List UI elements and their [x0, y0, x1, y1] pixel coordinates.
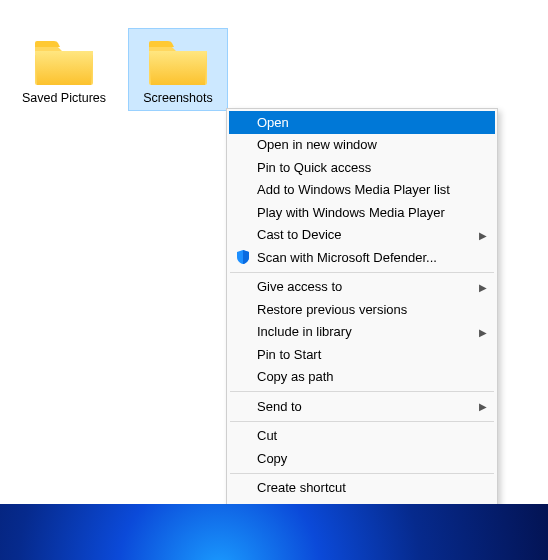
chevron-right-icon: ▶ — [479, 229, 487, 240]
menu-item-cast-to-device[interactable]: Cast to Device▶ — [229, 224, 495, 247]
menu-item-label: Pin to Start — [257, 347, 321, 362]
menu-item-label: Send to — [257, 399, 302, 414]
menu-item-scan-with-microsoft-defender[interactable]: Scan with Microsoft Defender... — [229, 246, 495, 269]
context-menu: OpenOpen in new windowPin to Quick acces… — [226, 108, 498, 560]
menu-item-label: Play with Windows Media Player — [257, 205, 445, 220]
folder-label: Saved Pictures — [17, 91, 111, 106]
defender-shield-icon — [235, 249, 251, 265]
menu-item-label: Cut — [257, 428, 277, 443]
menu-item-copy[interactable]: Copy — [229, 447, 495, 470]
menu-separator — [230, 473, 494, 474]
menu-item-label: Include in library — [257, 324, 352, 339]
menu-item-label: Pin to Quick access — [257, 160, 371, 175]
taskbar[interactable] — [0, 504, 548, 560]
menu-separator — [230, 421, 494, 422]
menu-item-pin-to-quick-access[interactable]: Pin to Quick access — [229, 156, 495, 179]
folder-label: Screenshots — [131, 91, 225, 106]
menu-item-add-to-windows-media-player-list[interactable]: Add to Windows Media Player list — [229, 179, 495, 202]
menu-separator — [230, 391, 494, 392]
menu-item-open-in-new-window[interactable]: Open in new window — [229, 134, 495, 157]
menu-item-include-in-library[interactable]: Include in library▶ — [229, 321, 495, 344]
menu-item-label: Cast to Device — [257, 227, 342, 242]
menu-item-give-access-to[interactable]: Give access to▶ — [229, 276, 495, 299]
menu-separator — [230, 272, 494, 273]
menu-item-label: Copy — [257, 451, 287, 466]
menu-item-send-to[interactable]: Send to▶ — [229, 395, 495, 418]
menu-item-cut[interactable]: Cut — [229, 425, 495, 448]
menu-item-play-with-windows-media-player[interactable]: Play with Windows Media Player — [229, 201, 495, 224]
menu-item-label: Restore previous versions — [257, 302, 407, 317]
menu-item-label: Create shortcut — [257, 480, 346, 495]
menu-item-copy-as-path[interactable]: Copy as path — [229, 366, 495, 389]
chevron-right-icon: ▶ — [479, 281, 487, 292]
folder-icon — [32, 35, 96, 87]
folder-saved-pictures[interactable]: Saved Pictures — [14, 28, 114, 111]
chevron-right-icon: ▶ — [479, 326, 487, 337]
menu-item-open[interactable]: Open — [229, 111, 495, 134]
menu-item-label: Scan with Microsoft Defender... — [257, 250, 437, 265]
menu-item-label: Copy as path — [257, 369, 334, 384]
menu-item-create-shortcut[interactable]: Create shortcut — [229, 477, 495, 500]
chevron-right-icon: ▶ — [479, 401, 487, 412]
menu-item-label: Give access to — [257, 279, 342, 294]
menu-item-label: Open — [257, 115, 289, 130]
menu-item-label: Open in new window — [257, 137, 377, 152]
menu-item-restore-previous-versions[interactable]: Restore previous versions — [229, 298, 495, 321]
folder-screenshots[interactable]: Screenshots — [128, 28, 228, 111]
menu-item-pin-to-start[interactable]: Pin to Start — [229, 343, 495, 366]
desktop: Saved Pictures Screenshots OpenOpen in n… — [0, 0, 548, 560]
menu-item-label: Add to Windows Media Player list — [257, 182, 450, 197]
folder-icon — [146, 35, 210, 87]
